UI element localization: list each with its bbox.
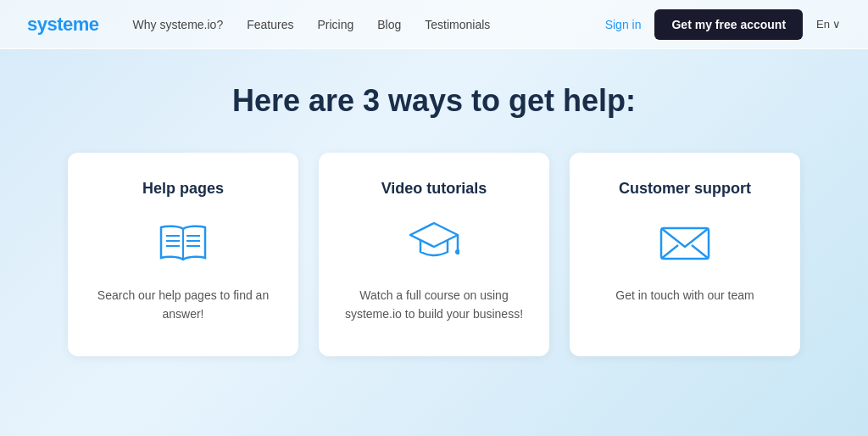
customer-support-desc: Get in touch with our team [615,286,754,305]
customer-support-card[interactable]: Customer support Get in touch with our t… [570,153,800,356]
nav-links: Why systeme.io? Features Pricing Blog Te… [133,18,605,31]
nav-right: Sign in Get my free account En ∨ [605,9,841,40]
chevron-down-icon: ∨ [832,18,841,31]
help-pages-card[interactable]: Help pages Search our help pages to find [68,153,298,356]
cards-grid: Help pages Search our help pages to find [51,153,817,356]
video-tutorials-card[interactable]: Video tutorials Watch a full course on u… [319,153,549,356]
nav-pricing[interactable]: Pricing [317,18,353,31]
video-tutorials-title: Video tutorials [381,180,487,198]
svg-point-9 [455,249,459,254]
svg-line-11 [661,245,678,259]
nav-features[interactable]: Features [247,18,293,31]
language-selector[interactable]: En ∨ [816,18,841,31]
customer-support-title: Customer support [619,180,751,198]
graduation-cap-icon [409,215,459,269]
brand-logo[interactable]: systeme [27,14,99,36]
svg-line-12 [692,245,709,259]
sign-in-link[interactable]: Sign in [605,18,642,31]
nav-testimonials[interactable]: Testimonials [425,18,490,31]
nav-blog[interactable]: Blog [377,18,401,31]
book-icon [156,215,210,269]
help-pages-desc: Search our help pages to find an answer! [92,286,275,324]
lang-label: En [816,18,830,31]
nav-why-systeme[interactable]: Why systeme.io? [133,18,224,31]
get-free-account-button[interactable]: Get my free account [654,9,803,40]
envelope-icon [658,215,712,269]
navbar: systeme Why systeme.io? Features Pricing… [0,0,868,49]
svg-marker-7 [410,223,458,247]
help-pages-title: Help pages [142,180,224,198]
main-content: Here are 3 ways to get help: Help pages [0,49,868,382]
page-headline: Here are 3 ways to get help: [51,83,817,119]
video-tutorials-desc: Watch a full course on using systeme.io … [342,286,526,324]
